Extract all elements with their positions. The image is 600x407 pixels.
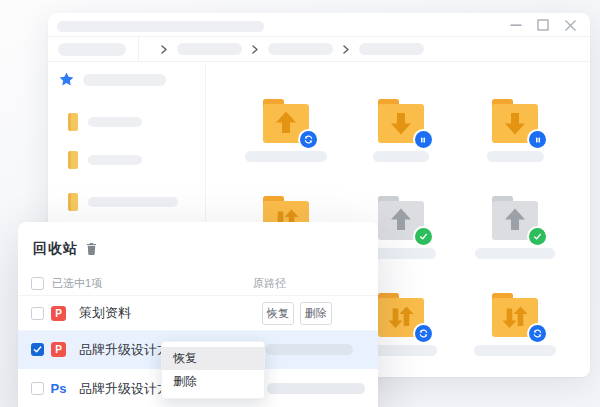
folder-item[interactable] <box>492 99 538 143</box>
breadcrumb-segment-placeholder[interactable] <box>177 43 242 55</box>
toolbar-divider <box>138 37 139 61</box>
panel-title-row: 回收站 <box>33 240 97 258</box>
original-path-placeholder <box>265 344 353 355</box>
sync-badge-icon <box>415 325 432 342</box>
folder-item[interactable] <box>378 293 424 337</box>
original-path-placeholder <box>267 383 365 394</box>
check-badge-icon <box>529 228 546 245</box>
breadcrumb-segment-placeholder[interactable] <box>268 43 333 55</box>
folder-item[interactable] <box>263 99 309 143</box>
folder-label-placeholder <box>475 248 555 259</box>
window-controls <box>509 13 577 37</box>
folder-label-placeholder <box>487 151 544 162</box>
toolbar-left-placeholder <box>58 43 126 56</box>
ppt-letter: P <box>51 306 66 321</box>
trash-icon[interactable] <box>86 243 97 255</box>
folder-icon <box>68 151 78 169</box>
minimize-button[interactable] <box>509 18 523 32</box>
window-titlebar <box>48 13 590 37</box>
path-column-header: 原路径 <box>253 276 286 291</box>
selection-count-label: 已选中1项 <box>52 276 102 291</box>
checkbox-unchecked[interactable] <box>31 382 44 395</box>
ppt-letter: P <box>51 342 66 357</box>
sidebar-item-folder[interactable] <box>68 113 142 131</box>
close-icon <box>564 19 577 32</box>
close-button[interactable] <box>563 18 577 32</box>
restore-button[interactable]: 恢复 <box>262 302 294 325</box>
sidebar-item-favorites[interactable] <box>58 71 166 88</box>
chevron-right-icon <box>342 45 350 54</box>
folder-item[interactable] <box>492 196 538 240</box>
folder-label-placeholder <box>474 345 556 356</box>
check-badge-icon <box>415 228 432 245</box>
sidebar-item-folder[interactable] <box>68 151 142 169</box>
folder-icon <box>68 113 78 131</box>
row-actions: 恢复删除 <box>262 302 332 325</box>
folder-icon-up <box>492 196 538 240</box>
pause-badge-icon <box>415 131 432 148</box>
folder-icon-up <box>378 196 424 240</box>
psd-file-icon: Ps <box>51 381 66 396</box>
breadcrumb-segment-placeholder[interactable] <box>359 43 424 55</box>
ps-letters: Ps <box>51 381 67 396</box>
chevron-right-icon <box>251 45 259 54</box>
sidebar-item-folder[interactable] <box>68 193 178 211</box>
ppt-file-icon: P <box>51 306 66 321</box>
pause-badge-icon <box>529 131 546 148</box>
folder-icon-down <box>492 99 538 143</box>
ppt-file-icon: P <box>51 342 66 357</box>
folder-icon-up <box>263 99 309 143</box>
folder-icon <box>68 193 78 211</box>
sidebar-label-placeholder <box>88 117 142 127</box>
breadcrumb <box>160 37 424 61</box>
folder-icon-transfer <box>378 293 424 337</box>
context-menu-restore[interactable]: 恢复 <box>162 347 264 370</box>
file-name: 策划资料 <box>79 304 131 322</box>
checkbox-unchecked[interactable] <box>31 307 44 320</box>
folder-label-placeholder <box>245 151 327 162</box>
context-menu: 恢复删除 <box>161 341 265 399</box>
star-icon <box>58 71 75 88</box>
file-row[interactable]: P策划资料恢复删除 <box>18 296 378 331</box>
select-all-checkbox[interactable] <box>31 277 44 290</box>
folder-icon-down <box>378 99 424 143</box>
folder-item[interactable] <box>378 99 424 143</box>
folder-item[interactable] <box>378 196 424 240</box>
favorites-label-placeholder <box>83 74 166 86</box>
folder-icon-transfer <box>492 293 538 337</box>
chevron-right-icon <box>160 45 168 54</box>
window-title-placeholder <box>57 21 264 32</box>
folder-item[interactable] <box>492 293 538 337</box>
list-header: 已选中1项 原路径 <box>18 272 378 296</box>
folder-label-placeholder <box>373 151 429 162</box>
maximize-button[interactable] <box>536 18 550 32</box>
sync-badge-icon <box>300 131 317 148</box>
context-menu-delete[interactable]: 删除 <box>162 370 264 393</box>
sync-badge-icon <box>529 325 546 342</box>
desktop-background: 回收站 已选中1项 原路径 P策划资料恢复删除P品牌升级设计方案Ps品牌升级设计… <box>0 0 600 407</box>
sidebar-label-placeholder <box>88 197 178 207</box>
maximize-icon <box>537 19 549 31</box>
delete-button[interactable]: 删除 <box>300 302 332 325</box>
breadcrumb-toolbar <box>48 37 590 62</box>
minimize-icon <box>510 19 522 31</box>
panel-title: 回收站 <box>33 240 78 258</box>
sidebar-label-placeholder <box>88 155 142 165</box>
checkbox-checked[interactable] <box>31 343 44 356</box>
